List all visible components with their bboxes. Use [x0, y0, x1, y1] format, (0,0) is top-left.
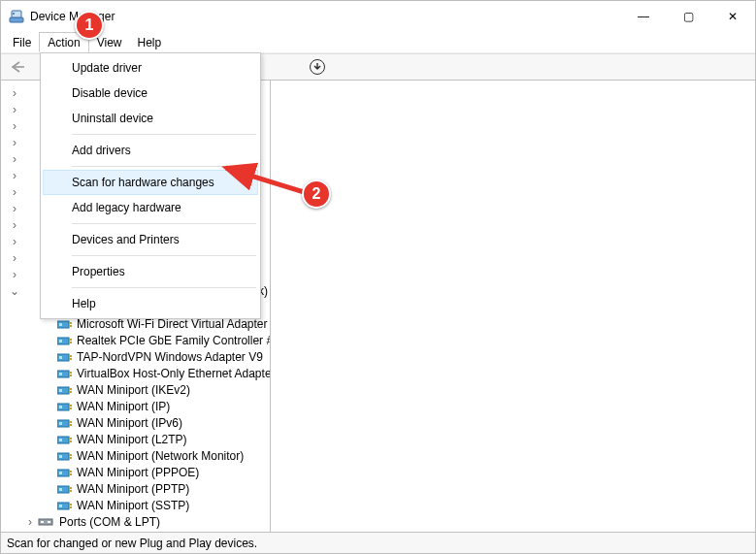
- device-item[interactable]: TAP-NordVPN Windows Adapter V9: [1, 348, 270, 365]
- svg-rect-49: [59, 472, 62, 474]
- svg-rect-10: [57, 321, 69, 328]
- device-item[interactable]: WAN Miniport (IPv6): [1, 414, 270, 431]
- menu-item-add-legacy[interactable]: Add legacy hardware: [43, 195, 258, 220]
- svg-rect-57: [59, 505, 62, 507]
- device-item[interactable]: WAN Miniport (PPPOE): [1, 464, 270, 480]
- menu-help[interactable]: Help: [130, 32, 170, 52]
- tree-node-ports[interactable]: › Ports (COM & LPT): [1, 513, 270, 530]
- menu-item-update-driver[interactable]: Update driver: [43, 55, 258, 81]
- svg-rect-40: [69, 440, 72, 442]
- menu-separator: [72, 134, 256, 135]
- menu-file[interactable]: File: [5, 32, 39, 52]
- svg-rect-54: [57, 503, 69, 509]
- network-adapter-icon: [57, 401, 73, 412]
- device-item[interactable]: WAN Miniport (L2TP): [1, 431, 270, 447]
- svg-rect-24: [69, 375, 72, 376]
- device-label: WAN Miniport (IKEv2): [77, 383, 190, 397]
- minimize-button[interactable]: —: [621, 1, 666, 32]
- menu-item-properties[interactable]: Properties: [43, 259, 258, 284]
- chevron-right-icon: ›: [9, 236, 20, 247]
- close-button[interactable]: ✕: [710, 1, 755, 32]
- menu-item-devices-printers[interactable]: Devices and Printers: [43, 227, 258, 252]
- svg-rect-59: [41, 521, 44, 523]
- annotation-callout-1: 1: [75, 11, 104, 40]
- svg-rect-35: [69, 421, 72, 423]
- svg-rect-42: [57, 453, 69, 460]
- nav-back-button[interactable]: [7, 56, 28, 78]
- network-adapter-icon: [57, 483, 73, 495]
- toolbar-scan-button[interactable]: [307, 56, 328, 78]
- svg-rect-56: [69, 506, 72, 508]
- svg-rect-53: [59, 488, 62, 491]
- svg-rect-47: [69, 471, 72, 473]
- device-manager-window: Device Manager — ▢ ✕ File Action View He…: [0, 0, 756, 554]
- device-label: WAN Miniport (SSTP): [77, 499, 189, 512]
- details-pane: [271, 81, 755, 532]
- svg-rect-38: [57, 437, 69, 443]
- svg-rect-13: [59, 323, 62, 326]
- svg-rect-19: [69, 355, 72, 357]
- svg-rect-20: [69, 358, 72, 360]
- device-item[interactable]: WAN Miniport (PPTP): [1, 480, 270, 497]
- chevron-right-icon: ›: [9, 137, 20, 148]
- status-bar: Scan for changed or new Plug and Play de…: [1, 532, 755, 553]
- menu-separator: [72, 255, 256, 256]
- chevron-right-icon: ›: [9, 170, 20, 181]
- menu-item-uninstall-device[interactable]: Uninstall device: [43, 106, 258, 131]
- menu-item-disable-device[interactable]: Disable device: [43, 81, 258, 106]
- title-bar: Device Manager — ▢ ✕: [1, 1, 755, 32]
- svg-rect-45: [59, 455, 62, 458]
- menu-item-help[interactable]: Help: [43, 291, 258, 316]
- svg-rect-15: [69, 339, 72, 341]
- svg-rect-52: [69, 490, 72, 492]
- svg-rect-12: [69, 325, 72, 327]
- ports-icon: [38, 516, 53, 528]
- chevron-right-icon: ›: [9, 269, 20, 280]
- device-item[interactable]: WAN Miniport (IKEv2): [1, 381, 270, 398]
- callout-number: 2: [312, 185, 321, 203]
- network-adapter-icon: [57, 450, 73, 462]
- svg-rect-17: [59, 340, 62, 342]
- network-adapter-icon: [57, 368, 73, 379]
- chevron-down-icon: ⌄: [9, 285, 19, 297]
- maximize-icon: ▢: [683, 10, 694, 23]
- chevron-right-icon: ›: [9, 120, 20, 132]
- device-label: WAN Miniport (PPPOE): [77, 466, 199, 479]
- chevron-right-icon: ›: [24, 516, 36, 528]
- chevron-right-icon: ›: [9, 186, 20, 198]
- device-label: WAN Miniport (IPv6): [77, 416, 182, 430]
- svg-rect-32: [69, 407, 72, 409]
- status-text: Scan for changed or new Plug and Play de…: [7, 537, 257, 550]
- minimize-icon: —: [638, 10, 649, 23]
- svg-rect-44: [69, 457, 72, 459]
- device-item[interactable]: VirtualBox Host-Only Ethernet Adapter: [1, 365, 270, 381]
- svg-rect-27: [69, 388, 72, 390]
- svg-rect-34: [57, 420, 69, 427]
- network-adapter-icon: [57, 434, 73, 445]
- device-item[interactable]: WAN Miniport (IP): [1, 398, 270, 414]
- device-item[interactable]: Realtek PCIe GbE Family Controller #2: [1, 332, 270, 348]
- menu-separator: [72, 287, 256, 288]
- svg-rect-22: [57, 371, 69, 377]
- svg-rect-60: [48, 521, 50, 523]
- device-label: Realtek PCIe GbE Family Controller #2: [77, 334, 271, 347]
- chevron-right-icon: ›: [9, 252, 20, 264]
- svg-rect-55: [69, 504, 72, 505]
- maximize-button[interactable]: ▢: [666, 1, 710, 32]
- tree-node-label: Ports (COM & LPT): [57, 515, 162, 529]
- svg-rect-23: [69, 372, 72, 374]
- device-item[interactable]: WAN Miniport (Network Monitor): [1, 447, 270, 464]
- network-adapter-icon: [57, 417, 73, 429]
- network-adapter-icon: [57, 351, 73, 363]
- menu-item-add-drivers[interactable]: Add drivers: [43, 138, 258, 163]
- menu-item-scan-hardware[interactable]: Scan for hardware changes: [43, 170, 258, 195]
- annotation-callout-2: 2: [302, 179, 331, 209]
- svg-rect-31: [69, 405, 72, 407]
- scan-icon: [309, 58, 326, 76]
- device-item[interactable]: WAN Miniport (SSTP): [1, 497, 270, 513]
- device-label: TAP-NordVPN Windows Adapter V9: [77, 350, 263, 364]
- svg-rect-50: [57, 486, 69, 493]
- svg-rect-29: [59, 389, 62, 392]
- network-adapter-icon: [57, 335, 73, 346]
- chevron-right-icon: ›: [9, 87, 20, 99]
